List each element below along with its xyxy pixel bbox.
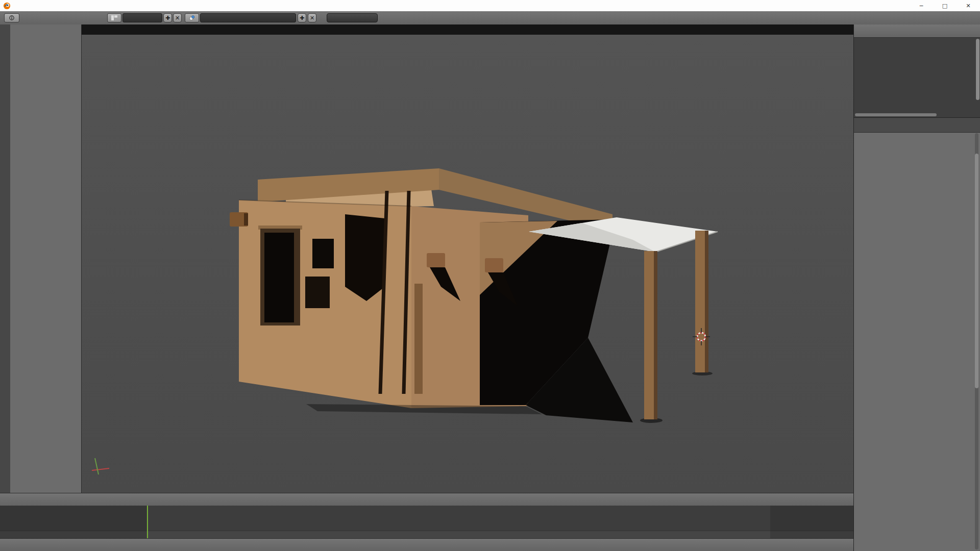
outliner-vscrollbar[interactable] bbox=[976, 39, 979, 100]
blender-logo-icon bbox=[3, 2, 11, 10]
properties-scrollbar[interactable] bbox=[975, 154, 978, 388]
delete-scene-button[interactable]: ✕ bbox=[308, 13, 316, 22]
close-button[interactable]: ✕ bbox=[957, 0, 980, 11]
outliner bbox=[853, 24, 980, 117]
axis-gizmo-icon bbox=[92, 458, 109, 474]
screen-layout-field[interactable] bbox=[122, 13, 162, 22]
properties-header bbox=[854, 118, 980, 133]
viewport-header-bar bbox=[0, 493, 853, 506]
scene-selector-icon[interactable] bbox=[185, 13, 199, 22]
outliner-header bbox=[854, 24, 980, 38]
add-scene-button[interactable]: ✚ bbox=[298, 13, 306, 22]
post-range-shade bbox=[770, 506, 853, 538]
properties-editor bbox=[853, 117, 980, 551]
maximize-button[interactable]: □ bbox=[933, 0, 957, 11]
current-frame-marker[interactable] bbox=[147, 506, 148, 538]
tool-shelf bbox=[10, 24, 82, 493]
scene-name-field[interactable] bbox=[200, 13, 296, 22]
viewport-3d[interactable] bbox=[82, 35, 853, 493]
title-bar: ─ □ ✕ bbox=[0, 0, 980, 12]
info-header: ✚ ✕ ✚ ✕ bbox=[0, 11, 980, 25]
render-engine-select[interactable] bbox=[327, 13, 378, 22]
toolshelf-tab-strip bbox=[0, 24, 11, 493]
close-layout-button[interactable]: ✕ bbox=[173, 13, 182, 22]
outliner-hscrollbar[interactable] bbox=[855, 113, 937, 116]
editor-type-button[interactable] bbox=[4, 13, 19, 22]
timeline-header-bar bbox=[0, 538, 853, 551]
viewport-info-bar bbox=[82, 24, 853, 35]
pre-range-shade bbox=[0, 506, 146, 538]
house-model bbox=[82, 35, 853, 493]
timeline-editor[interactable] bbox=[0, 506, 853, 538]
minimize-button[interactable]: ─ bbox=[910, 0, 933, 11]
blender-window: ─ □ ✕ ✚ ✕ ✚ ✕ bbox=[0, 0, 980, 551]
screen-layout-icon[interactable] bbox=[107, 13, 121, 22]
add-layout-button[interactable]: ✚ bbox=[163, 13, 172, 22]
